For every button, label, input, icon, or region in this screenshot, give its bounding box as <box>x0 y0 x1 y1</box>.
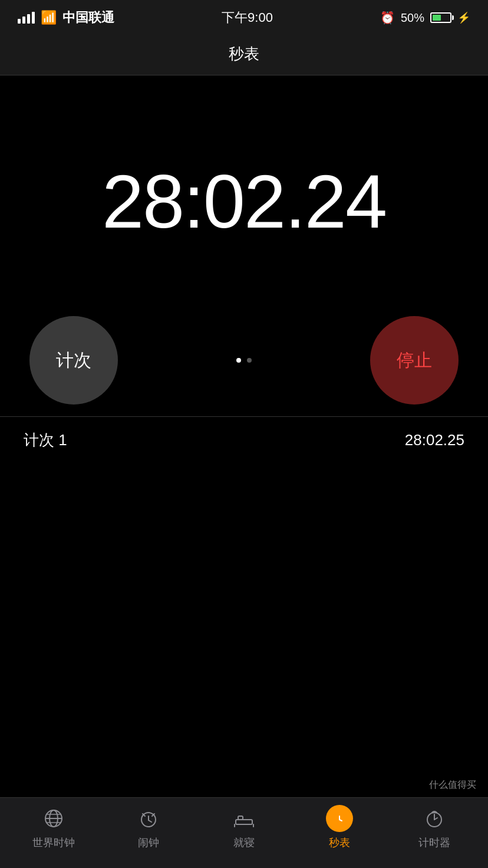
battery-percent: 50% <box>401 11 424 25</box>
alarm-icon <box>135 805 162 832</box>
svg-rect-10 <box>236 820 252 824</box>
svg-line-7 <box>149 820 151 822</box>
tab-bedtime[interactable]: 就寝 <box>215 805 273 850</box>
timer-display: 28:02.24 <box>102 164 386 239</box>
lap-time: 28:02.25 <box>405 431 464 449</box>
page-title: 秒表 <box>229 45 259 63</box>
tab-world-clock[interactable]: 世界时钟 <box>24 805 83 850</box>
tab-alarm[interactable]: 闹钟 <box>119 805 178 850</box>
tab-timer-label: 计时器 <box>418 836 450 850</box>
status-bar: 📶 中国联通 下午9:00 ⏰ 50% ⚡ <box>0 0 488 35</box>
tab-stopwatch[interactable]: 秒表 <box>310 805 369 850</box>
stop-button[interactable]: 停止 <box>370 316 459 405</box>
svg-line-20 <box>345 813 346 814</box>
main-content: 28:02.24 计次 停止 计次 1 28:02.25 <box>0 75 488 463</box>
page-indicator <box>236 358 252 363</box>
tab-bedtime-label: 就寝 <box>233 836 255 850</box>
status-right: ⏰ 50% ⚡ <box>380 11 470 25</box>
lap-list: 计次 1 28:02.25 <box>0 416 488 463</box>
world-clock-icon <box>40 805 67 832</box>
dot-1 <box>236 358 241 363</box>
bedtime-icon <box>230 805 258 832</box>
tab-stopwatch-label: 秒表 <box>329 836 350 850</box>
tab-world-clock-label: 世界时钟 <box>32 836 75 850</box>
lap-item: 计次 1 28:02.25 <box>0 416 488 463</box>
tab-timer[interactable]: 计时器 <box>405 805 464 850</box>
lap-button[interactable]: 计次 <box>29 316 118 405</box>
wifi-icon: 📶 <box>41 10 57 25</box>
buttons-row: 计次 停止 <box>0 316 488 405</box>
svg-rect-11 <box>238 816 243 820</box>
status-left: 📶 中国联通 <box>18 9 114 27</box>
battery-icon <box>430 12 451 23</box>
signal-icon <box>18 12 35 24</box>
timer-icon <box>421 805 448 832</box>
title-bar: 秒表 <box>0 35 488 75</box>
carrier-label: 中国联通 <box>62 9 114 27</box>
lap-label: 计次 1 <box>24 430 67 451</box>
dot-2 <box>247 358 252 363</box>
tab-bar: 世界时钟 闹钟 就寝 <box>0 797 488 868</box>
alarm-status-icon: ⏰ <box>380 11 395 25</box>
watermark: 什么值得买 <box>429 779 476 791</box>
charging-icon: ⚡ <box>457 11 470 24</box>
status-time: 下午9:00 <box>222 9 273 27</box>
tab-alarm-label: 闹钟 <box>138 836 159 850</box>
stopwatch-icon <box>326 805 353 832</box>
